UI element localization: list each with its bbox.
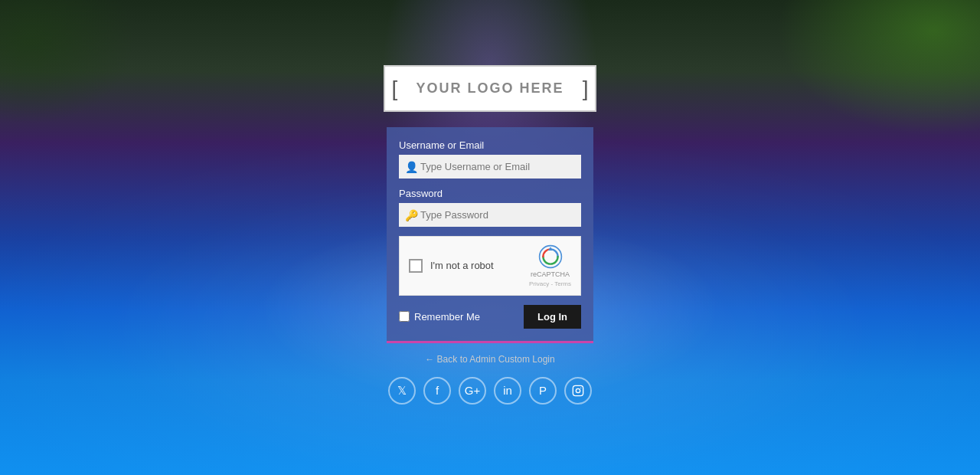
username-input-wrapper: 👤 bbox=[399, 155, 581, 179]
password-input-wrapper: 🔑 bbox=[399, 203, 581, 227]
login-button[interactable]: Log In bbox=[524, 305, 581, 329]
password-label: Password bbox=[399, 188, 581, 199]
recaptcha-icon bbox=[538, 244, 563, 269]
recaptcha-widget[interactable]: I'm not a robot reCAPTCHA Privacy - Term… bbox=[399, 236, 581, 296]
logo-box: YOUR LOGO HERE bbox=[384, 65, 596, 112]
logo-text: YOUR LOGO HERE bbox=[416, 80, 564, 96]
form-bottom-row: Remember Me Log In bbox=[399, 305, 581, 329]
recaptcha-logo: reCAPTCHA Privacy - Terms bbox=[529, 244, 571, 287]
password-input[interactable] bbox=[399, 203, 581, 227]
lock-icon: 🔑 bbox=[405, 209, 418, 221]
facebook-button[interactable]: f bbox=[423, 377, 451, 405]
page-content: YOUR LOGO HERE Username or Email 👤 Passw… bbox=[0, 0, 980, 475]
social-row: 𝕏 f G+ in P bbox=[388, 377, 592, 405]
recaptcha-checkbox[interactable] bbox=[409, 259, 423, 273]
svg-point-3 bbox=[576, 388, 580, 392]
remember-me-text: Remember Me bbox=[414, 311, 480, 323]
remember-me-checkbox[interactable] bbox=[399, 311, 410, 322]
recaptcha-brand: reCAPTCHA bbox=[531, 270, 570, 279]
remember-me-label[interactable]: Remember Me bbox=[399, 311, 480, 323]
back-link[interactable]: ← Back to Admin Custom Login bbox=[425, 354, 554, 365]
google-plus-button[interactable]: G+ bbox=[459, 377, 486, 405]
recaptcha-links: Privacy - Terms bbox=[529, 280, 571, 287]
login-card: Username or Email 👤 Password 🔑 I'm not a… bbox=[387, 127, 593, 343]
recaptcha-label: I'm not a robot bbox=[430, 260, 521, 271]
twitter-button[interactable]: 𝕏 bbox=[388, 377, 416, 405]
user-icon: 👤 bbox=[405, 161, 418, 173]
pinterest-button[interactable]: P bbox=[529, 377, 557, 405]
svg-rect-2 bbox=[573, 385, 583, 395]
svg-point-4 bbox=[580, 387, 581, 388]
username-label: Username or Email bbox=[399, 139, 581, 151]
username-input[interactable] bbox=[399, 155, 581, 179]
linkedin-button[interactable]: in bbox=[494, 377, 521, 405]
instagram-button[interactable] bbox=[564, 377, 592, 405]
